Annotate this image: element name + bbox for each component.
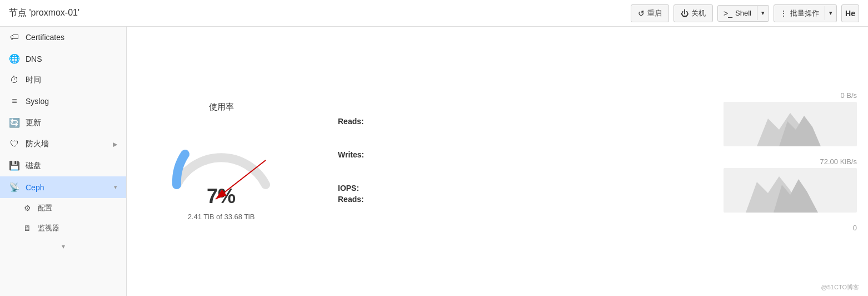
sidebar-sub-config[interactable]: ⚙ 配置 — [0, 198, 126, 218]
shell-label: Shell — [735, 9, 751, 17]
iops-chart-item: 0 — [853, 224, 857, 232]
sidebar-item-dns[interactable]: 🌐 DNS — [0, 48, 126, 70]
writes-stat: Writes: — [338, 150, 668, 161]
sidebar-item-update[interactable]: 🔄 更新 — [0, 112, 126, 134]
reads-chart-svg — [724, 102, 857, 146]
main-content: 使用率 7% 2.41 TiB of 33.68 TiB — [127, 27, 868, 296]
sidebar-scroll-down[interactable]: ▾ — [0, 238, 126, 255]
syslog-icon: ≡ — [9, 96, 20, 106]
watermark: @51CTO博客 — [821, 283, 859, 292]
restart-button[interactable]: ↺ 重启 — [631, 4, 669, 22]
batch-icon: ⋮ — [780, 9, 787, 18]
ceph-icon: 📡 — [9, 182, 20, 193]
sidebar-item-ceph-label: Ceph — [26, 183, 44, 192]
shell-button-group: >_ Shell ▾ — [717, 5, 769, 22]
shell-dropdown-arrow[interactable]: ▾ — [757, 6, 769, 20]
help-label: He — [845, 9, 855, 18]
layout: 🏷 Certificates 🌐 DNS ⏱ 时间 ≡ Syslog 🔄 更新 … — [0, 27, 868, 296]
reads-chart-item: 0 B/s — [724, 91, 857, 146]
writes-chart-item: 72.00 KiB/s — [724, 157, 857, 213]
sidebar-item-certificates[interactable]: 🏷 Certificates — [0, 27, 126, 48]
gauge-svg — [166, 124, 277, 190]
gauge-container — [166, 124, 277, 190]
disk-icon: 💾 — [9, 160, 20, 171]
time-icon: ⏱ — [9, 75, 20, 85]
sidebar-item-syslog[interactable]: ≡ Syslog — [0, 91, 126, 112]
shell-icon: >_ — [724, 9, 732, 18]
sidebar-sub-monitor[interactable]: 🖥 监视器 — [0, 218, 126, 238]
sidebar-item-update-label: 更新 — [26, 118, 41, 128]
certificates-icon: 🏷 — [9, 32, 20, 42]
sidebar-item-time[interactable]: ⏱ 时间 — [0, 70, 126, 91]
writes-chart-canvas — [724, 168, 857, 213]
sidebar-item-disk[interactable]: 💾 磁盘 — [0, 155, 126, 176]
dns-icon: 🌐 — [9, 53, 20, 64]
reads-label: Reads: — [338, 117, 668, 126]
iops-chart-value: 0 — [853, 224, 857, 232]
monitor-icon: 🖥 — [22, 224, 32, 233]
sidebar-sub-config-label: 配置 — [38, 203, 52, 213]
sidebar-sub-monitor-label: 监视器 — [38, 223, 59, 233]
sidebar-item-ceph[interactable]: 📡 Ceph ▾ — [0, 176, 126, 198]
svg-rect-0 — [173, 179, 178, 188]
firewall-chevron-icon: ▶ — [113, 141, 117, 148]
topbar-actions: ↺ 重启 ⏻ 关机 >_ Shell ▾ ⋮ 批量操作 ▾ He — [631, 4, 859, 22]
sidebar-item-time-label: 时间 — [26, 75, 41, 85]
firewall-icon: 🛡 — [9, 139, 20, 149]
batch-dropdown-arrow[interactable]: ▾ — [825, 6, 836, 20]
sidebar-item-firewall-label: 防火墙 — [26, 139, 49, 149]
help-button[interactable]: He — [841, 4, 859, 22]
restart-icon: ↺ — [638, 9, 645, 18]
reads-stat: Reads: — [338, 117, 668, 128]
reads-chart-canvas — [724, 102, 857, 146]
iops-label2: Reads: — [338, 195, 668, 204]
config-icon: ⚙ — [22, 204, 32, 213]
writes-label: Writes: — [338, 150, 668, 159]
writes-chart-svg — [724, 168, 857, 213]
power-icon: ⏻ — [681, 9, 689, 18]
writes-chart-value: 72.00 KiB/s — [820, 157, 857, 166]
shell-main-button[interactable]: >_ Shell — [718, 6, 757, 21]
page-title: 节点 'proxmox-01' — [9, 7, 79, 19]
chart-section: 0 B/s 72.00 KiB/s — [690, 27, 868, 296]
gauge-sub: 2.41 TiB of 33.68 TiB — [188, 213, 255, 221]
iops-label1: IOPS: — [338, 184, 668, 193]
batch-label: 批量操作 — [790, 8, 819, 18]
iops-stat: IOPS: Reads: — [338, 184, 668, 206]
batch-button-group: ⋮ 批量操作 ▾ — [774, 4, 837, 22]
sidebar-item-disk-label: 磁盘 — [26, 161, 41, 171]
sidebar-item-syslog-label: Syslog — [26, 97, 49, 106]
gauge-label: 使用率 — [209, 102, 234, 112]
sidebar-item-certificates-label: Certificates — [26, 33, 64, 42]
sidebar-item-firewall[interactable]: 🛡 防火墙 ▶ — [0, 134, 126, 155]
shutdown-button[interactable]: ⏻ 关机 — [674, 4, 713, 22]
stats-section: Reads: Writes: IOPS: Reads: — [316, 27, 690, 296]
content-area: 使用率 7% 2.41 TiB of 33.68 TiB — [127, 27, 868, 296]
reads-chart-value: 0 B/s — [840, 91, 857, 100]
sidebar-item-dns-label: DNS — [26, 55, 42, 63]
shutdown-label: 关机 — [691, 8, 706, 18]
batch-main-button[interactable]: ⋮ 批量操作 — [774, 5, 825, 22]
topbar: 节点 'proxmox-01' ↺ 重启 ⏻ 关机 >_ Shell ▾ ⋮ 批… — [0, 0, 868, 27]
sidebar: 🏷 Certificates 🌐 DNS ⏱ 时间 ≡ Syslog 🔄 更新 … — [0, 27, 127, 296]
ceph-chevron-icon: ▾ — [114, 184, 117, 191]
update-icon: 🔄 — [9, 117, 20, 128]
gauge-section: 使用率 7% 2.41 TiB of 33.68 TiB — [127, 27, 316, 296]
restart-label: 重启 — [647, 8, 662, 18]
